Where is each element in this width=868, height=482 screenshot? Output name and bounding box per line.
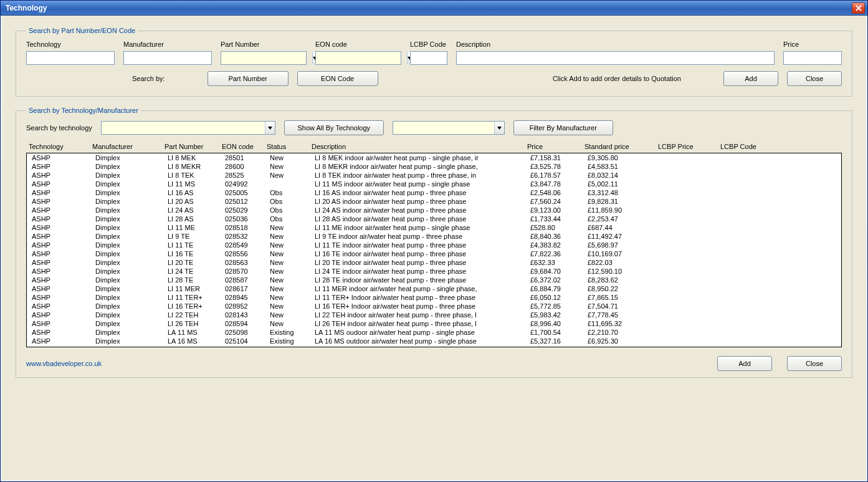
results-listbox[interactable]: ASHPDimplexLI 8 MEK28501NewLI 8 MEK indo… [26,153,842,347]
label-part-number: Part Number [221,41,307,48]
close-icon [856,5,862,11]
lcbp-code-input[interactable] [410,51,447,65]
table-header: Technology Manufacturer Part Number EON … [26,140,842,153]
table-row[interactable]: ASHPDimplexLI 20 AS025012ObsLI 20 AS ind… [27,197,841,206]
client-area: Search by Part Number/EON Code Technolog… [2,16,866,480]
col-manufacturer: Manufacturer [92,143,165,150]
search-by-technology-label: Search by technology [26,124,92,132]
group-search-by-part: Search by Part Number/EON Code Technolog… [16,27,852,97]
col-part-number: Part Number [165,143,222,150]
search-by-label: Search by: [132,75,165,82]
table-row[interactable]: ASHPDimplexLI 8 MEKR28600NewLI 8 MEKR in… [27,162,841,171]
table-row[interactable]: ASHPDimplexLI 20 TE028563NewLI 20 TE ind… [27,258,841,267]
window-frame: Technology Search by Part Number/EON Cod… [0,0,868,482]
table-row[interactable]: ASHPDimplexLI 24 TE028570NewLI 24 TE ind… [27,267,841,276]
manufacturer-combo[interactable] [393,121,505,135]
technology-input[interactable] [26,51,115,65]
col-description: Description [312,143,527,150]
table-row[interactable]: ASHPDimplexLI 11 ME028518NewLI 11 ME ind… [27,223,841,232]
col-lcbp-price: LCBP Price [658,143,720,150]
table-row[interactable]: ASHPDimplexLA 11 MS025098ExistingLA 11 M… [27,328,841,337]
technology-combo[interactable] [101,121,275,135]
label-eon-code: EON code [315,41,401,48]
table-row[interactable]: ASHPDimplexLI 22 TEH028143NewLI 22 TEH i… [27,311,841,319]
table-row[interactable]: ASHPDimplexLA 11 AS025975ExistingLA 11 A… [27,345,841,347]
part-number-combo-input[interactable] [221,52,312,64]
close-button-top[interactable]: Close [787,71,842,86]
table-row[interactable]: ASHPDimplexLI 8 MEK28501NewLI 8 MEK indo… [27,153,841,162]
filter-by-manufacturer-button[interactable]: Filter By Manufacturer [513,120,613,135]
table-row[interactable]: ASHPDimplexLI 11 TE028549NewLI 11 TE ind… [27,241,841,249]
chevron-down-icon[interactable] [494,122,504,134]
group2-legend: Search by Technology/Manufacturer [26,107,141,114]
col-technology: Technology [29,143,92,150]
group1-legend: Search by Part Number/EON Code [26,27,138,34]
eon-code-combo[interactable] [315,51,401,65]
table-row[interactable]: ASHPDimplexLI 11 MER028617NewLI 11 MER i… [27,284,841,293]
label-price: Price [783,41,842,48]
col-eon-code: EON code [222,143,267,150]
add-button-top[interactable]: Add [723,71,778,86]
search-by-eon-code-button[interactable]: EON Code [297,71,378,86]
table-row[interactable]: ASHPDimplexLI 9 TE028532NewLI 9 TE indoo… [27,232,841,241]
table-row[interactable]: ASHPDimplexLI 16 TER+028952NewLI 16 TER+… [27,302,841,311]
col-status: Status [267,143,312,150]
table-row[interactable]: ASHPDimplexLA 16 MS025104ExistingLA 16 M… [27,337,841,345]
table-row[interactable]: ASHPDimplexLI 24 AS025029ObsLI 24 AS ind… [27,206,841,214]
part-number-combo[interactable] [221,51,307,65]
label-lcbp-code: LCBP Code [410,41,447,48]
close-button-bottom[interactable]: Close [787,356,842,371]
site-link[interactable]: www.vbadeveloper.co.uk [26,360,102,367]
table-row[interactable]: ASHPDimplexLI 11 MS024992LI 11 MS indoor… [27,180,841,188]
table-row[interactable]: ASHPDimplexLI 8 TEK28525NewLI 8 TEK indo… [27,171,841,180]
search-by-part-number-button[interactable]: Part Number [207,71,289,86]
table-row[interactable]: ASHPDimplexLI 16 TE028556NewLI 16 TE ind… [27,249,841,258]
titlebar[interactable]: Technology [1,1,867,16]
group-search-by-tech: Search by Technology/Manufacturer Search… [16,107,852,378]
chevron-down-icon[interactable] [265,122,275,134]
window-title: Technology [6,4,852,12]
col-lcbp-code: LCBP Code [720,143,783,150]
col-standard-price: Standard price [584,143,658,150]
table-row[interactable]: ASHPDimplexLI 11 TER+028945NewLI 11 TER+… [27,293,841,302]
label-manufacturer: Manufacturer [123,41,212,48]
col-price: Price [527,143,584,150]
technology-combo-input[interactable] [102,122,265,134]
window-close-button[interactable] [852,2,865,14]
table-row[interactable]: ASHPDimplexLI 28 AS025036ObsLI 28 AS ind… [27,214,841,223]
helper-text: Click Add to add order details to Quotat… [553,75,681,82]
show-all-by-technology-button[interactable]: Show All By Technology [284,120,384,135]
add-button-bottom[interactable]: Add [717,356,772,371]
price-input[interactable] [783,51,842,65]
description-input[interactable] [456,51,775,65]
manufacturer-input[interactable] [123,51,212,65]
table-row[interactable]: ASHPDimplexLI 26 TEH028594NewLI 26 TEH i… [27,319,841,328]
label-description: Description [456,41,775,48]
table-row[interactable]: ASHPDimplexLI 16 AS025005ObsLI 16 AS ind… [27,188,841,197]
table-row[interactable]: ASHPDimplexLI 28 TE028587NewLI 28 TE ind… [27,276,841,284]
eon-code-combo-input[interactable] [316,52,407,64]
label-technology: Technology [26,41,115,48]
manufacturer-combo-input[interactable] [393,122,494,134]
